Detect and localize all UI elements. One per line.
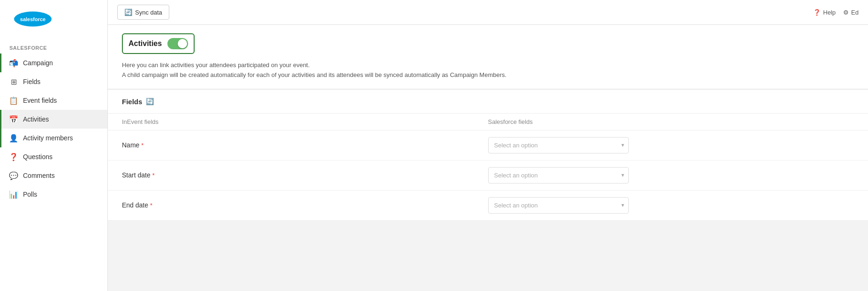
sidebar-item-event-fields[interactable]: 📋 Event fields xyxy=(0,91,107,110)
sidebar-item-label-comments: Comments xyxy=(23,172,55,179)
help-label: Help xyxy=(823,9,836,16)
help-icon: ❓ xyxy=(813,9,821,16)
activities-toggle-section: Activities Here you can link activities … xyxy=(108,25,868,89)
select-name[interactable]: Select an option xyxy=(488,137,629,153)
toggle-knob xyxy=(178,39,187,48)
fields-section: Fields 🔄 InEvent fields Salesforce field… xyxy=(108,90,868,221)
select-end-date[interactable]: Select an option xyxy=(488,197,629,214)
scroll-area[interactable]: Activities Here you can link activities … xyxy=(108,25,868,291)
top-bar-right: ❓ Help ⚙ Ed xyxy=(813,9,859,16)
fields-icon: ⊞ xyxy=(9,77,18,86)
svg-text:salesforce: salesforce xyxy=(20,16,45,22)
fields-table: InEvent fields Salesforce fields Name * … xyxy=(108,114,868,221)
table-row: End date * Select an option xyxy=(108,191,868,221)
logo-area: salesforce xyxy=(0,0,107,40)
salesforce-logo: salesforce xyxy=(9,8,56,32)
activities-toggle-label: Activities xyxy=(128,39,162,48)
activities-desc-line1: Here you can link activities your attend… xyxy=(122,61,854,70)
sidebar-item-label-questions: Questions xyxy=(23,153,53,161)
salesforce-col-name: Select an option xyxy=(488,137,854,153)
select-wrapper-end-date: Select an option xyxy=(488,197,629,214)
col-header-salesforce: Salesforce fields xyxy=(488,118,854,125)
field-start-date-label: Start date xyxy=(122,171,151,179)
fields-title: Fields xyxy=(122,98,142,106)
select-wrapper-start-date: Select an option xyxy=(488,167,629,184)
salesforce-col-start-date: Select an option xyxy=(488,167,854,184)
sidebar-item-fields[interactable]: ⊞ Fields xyxy=(0,72,107,91)
activities-toggle-switch[interactable] xyxy=(167,38,188,49)
activities-desc-line2: A child campaign will be created automat… xyxy=(122,70,854,80)
activity-members-icon: 👤 xyxy=(9,133,18,143)
field-name-label: Name xyxy=(122,141,139,149)
sidebar-item-campaign[interactable]: 📬 Campaign xyxy=(0,54,107,72)
select-wrapper-name: Select an option xyxy=(488,137,629,153)
help-button[interactable]: ❓ Help xyxy=(813,9,836,16)
refresh-icon[interactable]: 🔄 xyxy=(146,98,154,105)
field-name-cell: Name * xyxy=(122,141,488,149)
questions-icon: ❓ xyxy=(9,152,18,161)
sync-data-button[interactable]: 🔄 Sync data xyxy=(117,5,169,20)
sidebar-item-label-event-fields: Event fields xyxy=(23,97,57,104)
activities-toggle-row: Activities xyxy=(122,33,195,54)
edit-button[interactable]: ⚙ Ed xyxy=(843,9,859,16)
sidebar-item-label-activities: Activities xyxy=(23,115,49,123)
sync-button-label: Sync data xyxy=(135,9,162,16)
sidebar-item-label-campaign: Campaign xyxy=(23,59,53,67)
sidebar-item-polls[interactable]: 📊 Polls xyxy=(0,185,107,204)
select-start-date[interactable]: Select an option xyxy=(488,167,629,184)
field-start-date-cell: Start date * xyxy=(122,171,488,179)
field-end-date-cell: End date * xyxy=(122,201,488,209)
activities-description: Here you can link activities your attend… xyxy=(122,61,854,80)
sidebar-item-label-polls: Polls xyxy=(23,191,37,198)
sidebar-nav: 📬 Campaign ⊞ Fields 📋 Event fields 📅 Act… xyxy=(0,54,107,291)
edit-label: Ed xyxy=(851,9,859,16)
fields-header: Fields 🔄 xyxy=(108,90,868,114)
comments-icon: 💬 xyxy=(9,171,18,180)
sidebar-item-activities[interactable]: 📅 Activities xyxy=(0,110,107,129)
required-star-start-date: * xyxy=(152,172,155,179)
gear-icon: ⚙ xyxy=(843,9,849,16)
salesforce-col-end-date: Select an option xyxy=(488,197,854,214)
sidebar-item-label-fields: Fields xyxy=(23,78,40,85)
event-fields-icon: 📋 xyxy=(9,96,18,105)
table-row: Start date * Select an option xyxy=(108,161,868,191)
table-row: Name * Select an option xyxy=(108,130,868,161)
sidebar-brand-label: SALESFORCE xyxy=(0,40,107,54)
required-star-name: * xyxy=(141,142,143,149)
col-header-inevent: InEvent fields xyxy=(122,118,488,125)
polls-icon: 📊 xyxy=(9,190,18,199)
main-content: 🔄 Sync data ❓ Help ⚙ Ed Activities xyxy=(108,0,868,291)
top-bar: 🔄 Sync data ❓ Help ⚙ Ed xyxy=(108,0,868,25)
sidebar-item-activity-members[interactable]: 👤 Activity members xyxy=(0,129,107,147)
sidebar-item-questions[interactable]: ❓ Questions xyxy=(0,147,107,166)
activities-icon: 📅 xyxy=(9,115,18,124)
sync-icon: 🔄 xyxy=(124,8,132,16)
fields-table-header: InEvent fields Salesforce fields xyxy=(108,114,868,130)
sidebar-item-label-activity-members: Activity members xyxy=(23,134,73,142)
required-star-end-date: * xyxy=(150,202,152,209)
field-end-date-label: End date xyxy=(122,201,148,209)
campaign-icon: 📬 xyxy=(9,58,18,68)
sidebar-item-comments[interactable]: 💬 Comments xyxy=(0,166,107,185)
sidebar: salesforce SALESFORCE 📬 Campaign ⊞ Field… xyxy=(0,0,108,291)
